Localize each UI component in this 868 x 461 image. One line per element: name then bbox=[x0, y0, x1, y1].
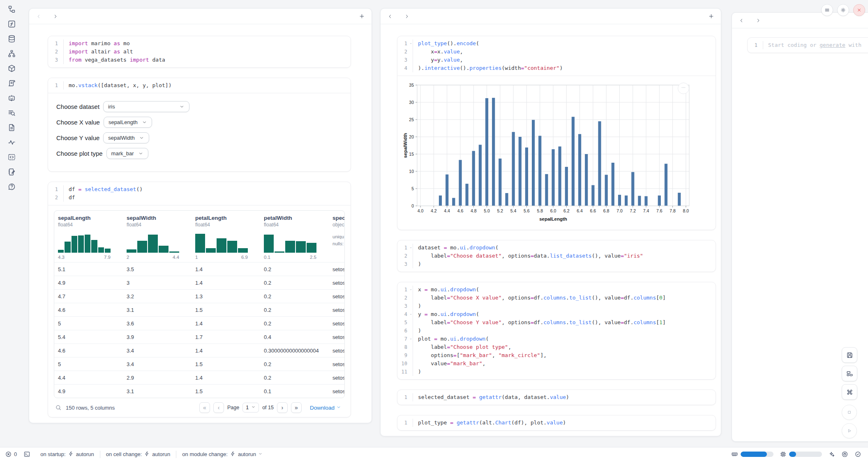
shutdown-button[interactable] bbox=[853, 4, 865, 16]
code-line[interactable]: 11) bbox=[397, 368, 711, 376]
ai-assistant-button[interactable] bbox=[828, 451, 835, 458]
add-cell-button[interactable] bbox=[708, 13, 714, 19]
code-line[interactable]: 1import marimo as mo bbox=[48, 39, 346, 48]
code-line[interactable]: 2import altair as alt bbox=[48, 48, 346, 56]
datasources-icon[interactable] bbox=[7, 35, 16, 43]
histogram-bar bbox=[98, 247, 104, 253]
code-line[interactable]: 2 x=x.value, bbox=[397, 48, 711, 56]
scripts-icon[interactable] bbox=[7, 79, 16, 88]
table-header-row: sepalLength float64 4.3 7.9 sepalWidth f… bbox=[54, 211, 344, 262]
runtime-config-0[interactable]: on startup:autorun bbox=[40, 451, 94, 458]
code-line[interactable]: 4).interactive().properties(width="conta… bbox=[397, 64, 711, 72]
add-cell-button[interactable] bbox=[359, 13, 365, 19]
code-line[interactable]: 6) bbox=[397, 327, 711, 335]
column-header-petalWidth[interactable]: petalWidth float64 0.1 2.5 bbox=[260, 215, 329, 260]
code-line[interactable]: 1mo.vstack([dataset, x, y, plot]) bbox=[48, 81, 346, 90]
code-line[interactable]: 5 label="Choose Y value", options=df.col… bbox=[397, 318, 711, 327]
dropdown-select-1[interactable]: sepalLength bbox=[104, 117, 152, 128]
code-editor[interactable]: 1df = selected_dataset()2df bbox=[48, 182, 351, 205]
svg-text:5.0: 5.0 bbox=[484, 208, 490, 213]
download-button[interactable]: Download bbox=[310, 405, 341, 411]
error-count-button[interactable]: 0 bbox=[5, 451, 17, 458]
tracing-icon[interactable] bbox=[7, 138, 16, 147]
column-histogram bbox=[195, 231, 248, 253]
kernel-status-button[interactable] bbox=[854, 451, 861, 458]
command-palette-button[interactable] bbox=[842, 384, 857, 400]
last-page-button[interactable]: » bbox=[291, 402, 302, 413]
scroll-column-right-button[interactable] bbox=[53, 14, 58, 19]
code-line[interactable]: 10 value="mark_bar", bbox=[397, 360, 711, 368]
scroll-column-left-button[interactable] bbox=[387, 14, 393, 19]
chart-menu-button[interactable] bbox=[678, 83, 689, 94]
code-line[interactable]: 2 label="Choose X value", options=df.col… bbox=[397, 294, 711, 302]
code-line[interactable]: 7⌄plot = mo.ui.dropdown( bbox=[397, 335, 711, 343]
code-line[interactable]: 1⌄x = mo.ui.dropdown( bbox=[397, 286, 711, 294]
search-icon[interactable] bbox=[55, 404, 62, 411]
documentation-icon[interactable] bbox=[7, 123, 16, 132]
scratchpad-icon[interactable] bbox=[7, 168, 16, 176]
fold-chevron-icon[interactable]: ⌄ bbox=[409, 41, 412, 45]
code-editor[interactable]: 1Start coding or generate with bbox=[748, 38, 868, 53]
dropdown-select-0[interactable]: iris bbox=[103, 101, 189, 112]
column-header-sepalWidth[interactable]: sepalWidth float64 2 4.4 bbox=[123, 215, 192, 260]
terminal-button[interactable] bbox=[23, 451, 30, 458]
scroll-column-right-button[interactable] bbox=[755, 18, 761, 23]
code-line[interactable]: 2df bbox=[48, 194, 346, 202]
logs-icon[interactable] bbox=[7, 108, 16, 117]
code-editor[interactable]: 1mo.vstack([dataset, x, y, plot]) bbox=[48, 78, 351, 93]
help-icon[interactable] bbox=[7, 182, 16, 191]
dependency-graph-icon[interactable] bbox=[7, 49, 16, 58]
scroll-column-right-button[interactable] bbox=[404, 14, 410, 19]
layout-toggle-button[interactable] bbox=[842, 366, 857, 381]
code-editor[interactable]: 1import marimo as mo2import altair as al… bbox=[48, 36, 351, 67]
scroll-column-left-button[interactable] bbox=[36, 14, 42, 19]
fold-chevron-icon[interactable]: ⌄ bbox=[409, 287, 412, 291]
code-line[interactable]: 1⌄dataset = mo.ui.dropdown( bbox=[397, 244, 711, 252]
packages-icon[interactable] bbox=[7, 64, 16, 73]
code-line[interactable]: 9 options=["mark_bar", "mark_circle"], bbox=[397, 351, 711, 360]
menu-button[interactable] bbox=[821, 4, 833, 16]
code-editor[interactable]: 1⌄plot_type().encode(2 x=x.value,3 y=y.v… bbox=[397, 36, 716, 76]
column-header-species[interactable]: speci objec uniqu nulls: bbox=[329, 215, 344, 260]
scroll-column-left-button[interactable] bbox=[739, 18, 744, 23]
stop-kernel-button[interactable] bbox=[842, 405, 857, 420]
dropdown-select-2[interactable]: sepalWidth bbox=[103, 132, 149, 143]
previous-page-button[interactable]: ‹ bbox=[213, 402, 224, 413]
code-line[interactable]: 3) bbox=[397, 302, 711, 310]
code-line[interactable]: 1df = selected_dataset() bbox=[48, 185, 346, 194]
first-page-button[interactable]: « bbox=[199, 402, 210, 413]
code-editor[interactable]: 1⌄dataset = mo.ui.dropdown(2 label="Choo… bbox=[397, 240, 716, 272]
code-line[interactable]: 1selected_dataset = getattr(data, datase… bbox=[397, 393, 711, 401]
fold-chevron-icon[interactable]: ⌄ bbox=[409, 312, 412, 316]
code-line[interactable]: 4⌄y = mo.ui.dropdown( bbox=[397, 310, 711, 318]
run-all-button[interactable] bbox=[842, 423, 857, 438]
save-notebook-button[interactable] bbox=[842, 347, 857, 363]
code-line[interactable]: 3from vega_datasets import data bbox=[48, 56, 346, 64]
code-line[interactable]: 8 label="Choose plot type", bbox=[397, 343, 711, 351]
runtime-config-1[interactable]: on cell change:autorun bbox=[106, 451, 171, 458]
code-line[interactable]: 2 label="Choose dataset", options=data.l… bbox=[397, 252, 711, 260]
variables-icon[interactable] bbox=[7, 20, 16, 28]
code-line[interactable]: 3 y=y.value, bbox=[397, 56, 711, 64]
copilot-button[interactable] bbox=[841, 451, 848, 458]
column-header-petalLength[interactable]: petalLength float64 1 6.9 bbox=[192, 215, 260, 260]
fold-chevron-icon[interactable]: ⌄ bbox=[409, 337, 412, 341]
code-line[interactable]: 3) bbox=[397, 260, 711, 268]
code-line[interactable]: 1Start coding or generate with bbox=[748, 41, 868, 49]
page-select[interactable]: 1 bbox=[242, 403, 259, 413]
fold-chevron-icon[interactable]: ⌄ bbox=[409, 245, 412, 249]
code-editor[interactable]: 1⌄x = mo.ui.dropdown(2 label="Choose X v… bbox=[397, 282, 716, 379]
code-editor[interactable]: 1selected_dataset = getattr(data, datase… bbox=[397, 390, 716, 405]
snippets-icon[interactable] bbox=[7, 153, 16, 161]
runtime-config-2[interactable]: on module change:autorun bbox=[182, 451, 263, 458]
file-explorer-icon[interactable] bbox=[7, 5, 16, 14]
code-line[interactable]: 1plot_type = getattr(alt.Chart(df), plot… bbox=[397, 419, 711, 427]
column-header-sepalLength[interactable]: sepalLength float64 4.3 7.9 bbox=[54, 215, 123, 260]
code-editor[interactable]: 1plot_type = getattr(alt.Chart(df), plot… bbox=[397, 415, 716, 430]
ai-chat-icon[interactable] bbox=[7, 94, 16, 102]
dropdown-select-3[interactable]: mark_bar bbox=[106, 148, 148, 159]
settings-button[interactable] bbox=[837, 4, 849, 16]
next-page-button[interactable]: › bbox=[277, 402, 288, 413]
code-line[interactable]: 1⌄plot_type().encode( bbox=[397, 39, 711, 48]
bar-chart[interactable]: 4.04.24.44.64.85.05.25.45.65.86.06.26.46… bbox=[402, 81, 695, 225]
